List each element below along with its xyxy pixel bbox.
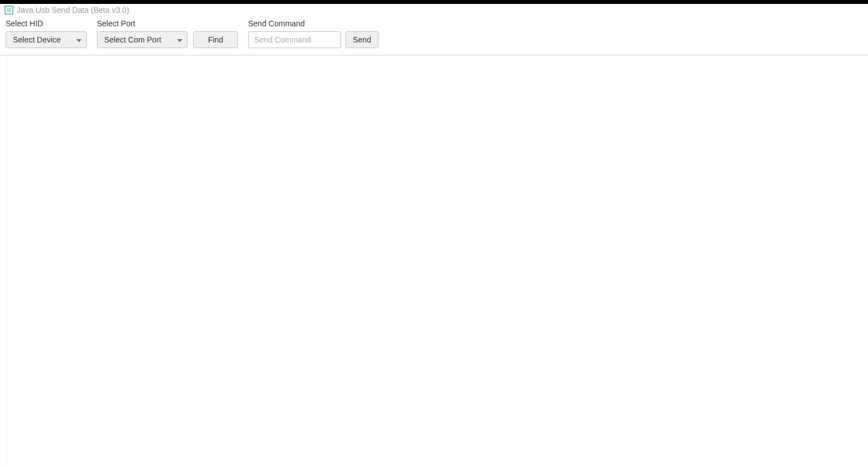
svg-rect-1 — [7, 8, 11, 12]
port-dropdown[interactable]: Select Com Port — [97, 31, 188, 48]
content-area — [7, 55, 868, 466]
hid-label: Select HID — [6, 19, 87, 28]
port-dropdown-value: Select Com Port — [104, 35, 161, 44]
hid-dropdown-value: Select Device — [13, 35, 61, 44]
port-group: Select Port Select Com Port Find — [97, 19, 238, 48]
title-bar: Java Usb Send Data (Beta v3.0) — [0, 4, 868, 17]
hid-dropdown[interactable]: Select Device — [6, 31, 87, 48]
hid-group: Select HID Select Device — [6, 19, 87, 48]
send-button[interactable]: Send — [346, 31, 379, 48]
command-input[interactable] — [248, 31, 341, 48]
port-label: Select Port — [97, 19, 238, 28]
command-label: Send Command — [248, 19, 379, 28]
toolbar: Select HID Select Device Select Port Sel… — [0, 17, 868, 55]
app-icon — [4, 6, 13, 15]
chevron-down-icon — [76, 35, 82, 44]
window-title: Java Usb Send Data (Beta v3.0) — [17, 6, 129, 15]
window-top-border — [0, 0, 868, 4]
find-button[interactable]: Find — [193, 31, 238, 48]
command-group: Send Command Send — [248, 19, 379, 48]
chevron-down-icon — [177, 35, 183, 44]
